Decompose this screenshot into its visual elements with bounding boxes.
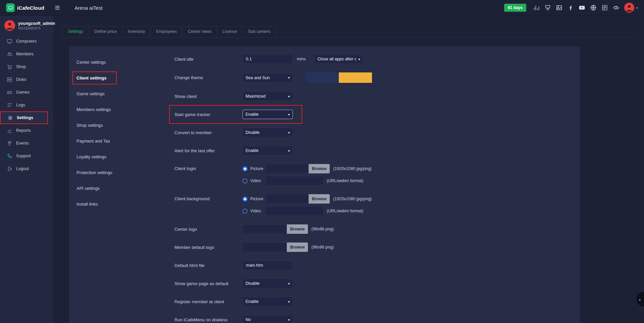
run-icafemenu-select[interactable]: No ▾ <box>243 315 293 323</box>
show-game-page-select[interactable]: Disable ▾ <box>243 279 293 288</box>
projector-screen-icon[interactable] <box>544 4 551 11</box>
client-login-video-radio[interactable] <box>243 178 248 183</box>
register-member-select[interactable]: Enable ▾ <box>243 297 293 306</box>
sidebar-item-events[interactable]: Events <box>0 137 53 150</box>
center-logo-input[interactable] <box>243 224 287 234</box>
client-background-picture-browse-button[interactable]: Browse <box>309 194 330 204</box>
sidebar-item-support[interactable]: Support <box>0 150 53 162</box>
tab-license[interactable]: License <box>217 26 243 37</box>
form-row-client-idle: Client idle mins Close all apps after ch… <box>174 54 580 64</box>
form-row-member-default-logo: Member default logo Browse (96x96 png) <box>174 243 580 252</box>
field-label: Change theme <box>174 75 243 80</box>
sidebar-item-logout[interactable]: Logout <box>0 162 53 175</box>
radio-label: Picture <box>250 166 266 171</box>
start-game-tracker-select[interactable]: Enable ▾ <box>243 110 293 119</box>
account-menu[interactable]: ▾ <box>624 3 638 13</box>
form-row-alert-last-offer: Alert for the last offer Enable ▾ <box>174 146 580 155</box>
stats-icon[interactable] <box>533 4 540 11</box>
client-settings-form: Client idle mins Close all apps after ch… <box>156 46 580 323</box>
member-default-logo-browse-button[interactable]: Browse <box>287 243 308 252</box>
settings-nav-shop-settings[interactable]: Shop settings <box>76 117 156 133</box>
notes-icon[interactable] <box>601 4 608 11</box>
theme-swatch-dark[interactable] <box>306 72 339 83</box>
sidebar-item-games[interactable]: Games <box>0 86 53 99</box>
chevron-down-icon: ▾ <box>288 95 290 98</box>
settings-nav-client-settings[interactable]: Client settings <box>72 71 117 85</box>
settings-nav-protection-settings[interactable]: Protection settings <box>76 165 156 180</box>
member-default-logo-input[interactable] <box>243 243 287 252</box>
field-hint: (1920x1080 jpg/png) <box>333 166 372 171</box>
tab-center-news[interactable]: Center news <box>182 26 217 37</box>
alert-last-offer-select[interactable]: Enable ▾ <box>243 146 293 155</box>
form-row-show-game-page: Show game page as default Disable ▾ <box>174 279 580 288</box>
youtube-icon[interactable] <box>579 4 585 11</box>
shop-icon <box>7 64 12 70</box>
client-background-video-radio[interactable] <box>243 209 248 214</box>
tab-define-price[interactable]: Define price <box>89 26 122 37</box>
theme-swatch-orange[interactable] <box>339 72 372 83</box>
main-content: Settings Define price Inventory Employee… <box>53 16 644 323</box>
settings-nav-payment-and-tax[interactable]: Payment and Tax <box>76 133 156 149</box>
sidebar: youngzsoft_admin 005193482475 Computers … <box>0 16 53 323</box>
default-html-file-input[interactable] <box>243 261 293 270</box>
tab-employees[interactable]: Employees <box>151 26 182 37</box>
license-days-badge[interactable]: 61 days <box>504 4 526 12</box>
chevron-down-icon: ▾ <box>288 149 290 153</box>
app-logo[interactable]: iCafeCloud <box>6 3 44 12</box>
show-client-select[interactable]: Maximized ▾ <box>243 92 293 101</box>
client-background-video-input[interactable] <box>266 206 323 216</box>
client-login-picture-radio[interactable] <box>243 166 248 171</box>
sidebar-item-disks[interactable]: Disks <box>0 73 53 86</box>
settings-nav-members-settings[interactable]: Members settings <box>76 102 156 117</box>
field-label: Default html file <box>174 263 243 268</box>
client-login-picture-browse-button[interactable]: Browse <box>309 164 330 173</box>
client-background-picture-radio[interactable] <box>243 197 248 202</box>
field-label: Client background <box>174 194 243 204</box>
logout-icon <box>7 166 12 172</box>
center-logo-browse-button[interactable]: Browse <box>287 224 308 234</box>
form-row-start-game-tracker: Start game tracker Enable ▾ <box>169 105 302 124</box>
sidebar-item-reports[interactable]: Reports <box>0 124 53 137</box>
radio-label: Video <box>250 178 266 183</box>
logs-icon <box>7 102 12 108</box>
facebook-icon[interactable] <box>567 4 574 11</box>
settings-nav-install-links[interactable]: Install links <box>76 196 156 212</box>
topbar: iCafeCloud Arena aiTest 61 days <box>0 0 644 16</box>
settings-nav-api-settings[interactable]: API settings <box>76 180 156 196</box>
sidebar-item-computers[interactable]: Computers <box>0 35 53 48</box>
layers-icon[interactable] <box>613 4 620 11</box>
client-login-video-input[interactable] <box>266 176 323 185</box>
logo-icon <box>6 3 15 12</box>
tab-inventory[interactable]: Inventory <box>122 26 151 37</box>
photo-icon[interactable] <box>556 4 562 11</box>
settings-nav-game-settings[interactable]: Game settings <box>76 86 156 102</box>
client-idle-input[interactable] <box>243 54 293 64</box>
user-block: youngzsoft_admin 005193482475 <box>0 16 53 35</box>
sidebar-nav: Computers Members Shop Disks Games Logs … <box>0 35 53 175</box>
client-background-picture-input[interactable] <box>266 194 309 204</box>
reports-icon <box>7 128 12 133</box>
sidebar-item-settings[interactable]: Settings <box>0 111 48 124</box>
form-row-center-logo: Center logo Browse (96x96 png) <box>174 224 580 234</box>
change-theme-select[interactable]: Sea and Sun ▾ <box>243 73 293 83</box>
sidebar-item-logs[interactable]: Logs <box>0 99 53 111</box>
user-avatar <box>4 20 15 31</box>
form-row-client-background: Client background Picture Browse (1920x1… <box>174 194 580 216</box>
tab-sub-centers[interactable]: Sub centers <box>243 26 276 37</box>
field-hint: (URL/webm format) <box>327 209 363 213</box>
sidebar-item-members[interactable]: Members <box>0 48 53 60</box>
field-label: Run iCafeMenu on diskless <box>174 317 243 322</box>
settings-nav-loyalty-settings[interactable]: Loyalty settings <box>76 149 156 165</box>
tab-settings[interactable]: Settings <box>62 26 89 37</box>
client-idle-action-select[interactable]: Close all apps after ch ▾ <box>314 54 363 64</box>
chevron-down-icon: ▾ <box>636 6 638 10</box>
settings-gear-icon <box>7 115 13 121</box>
sidebar-item-shop[interactable]: Shop <box>0 60 53 73</box>
field-label: Show client <box>174 94 243 99</box>
form-row-show-client: Show client Maximized ▾ <box>174 92 580 101</box>
globe-icon[interactable] <box>590 4 597 11</box>
menu-toggle-icon[interactable] <box>54 5 60 11</box>
settings-nav-center-settings[interactable]: Center settings <box>76 54 156 70</box>
convert-to-member-select[interactable]: Disable ▾ <box>243 128 293 137</box>
client-login-picture-input[interactable] <box>266 164 309 173</box>
